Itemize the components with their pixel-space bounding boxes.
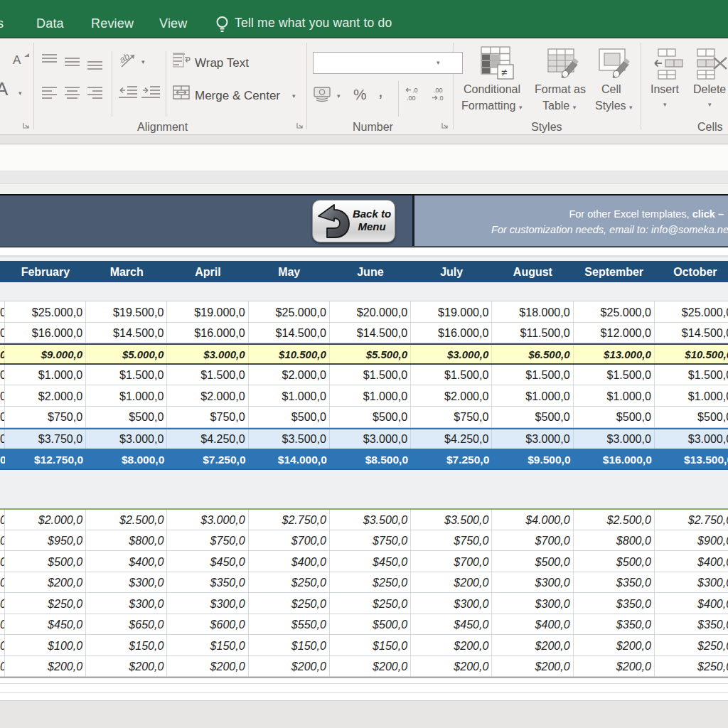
svg-text:.0: .0 [438,95,444,102]
svg-text:≠: ≠ [501,66,507,78]
svg-text:.00: .00 [407,95,416,102]
svg-text:.0: .0 [412,87,418,94]
svg-text:.00: .00 [434,87,443,94]
